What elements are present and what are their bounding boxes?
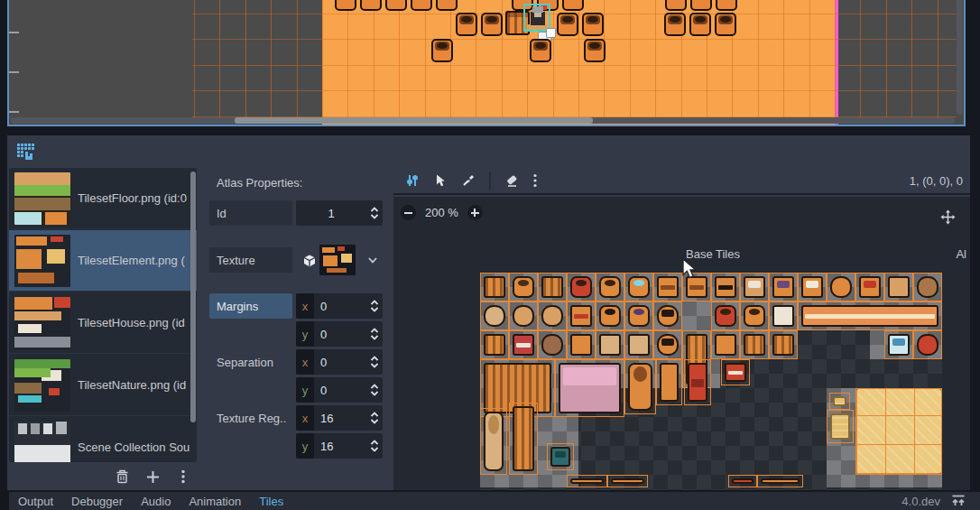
- atlas-texture-region[interactable]: [480, 273, 942, 490]
- select-tool-icon[interactable]: [433, 173, 448, 188]
- atlas-tile[interactable]: [653, 301, 682, 330]
- margins-x-field[interactable]: x 0: [296, 293, 383, 319]
- eraser-tool-icon[interactable]: [504, 173, 519, 188]
- atlas-tile[interactable]: [855, 273, 884, 301]
- atlas-tile[interactable]: [567, 475, 607, 487]
- tab-audio[interactable]: Audio: [141, 495, 171, 508]
- atlas-tile[interactable]: [567, 273, 596, 301]
- sources-scrollbar[interactable]: [190, 172, 196, 422]
- atlas-tile[interactable]: [555, 359, 624, 417]
- atlas-tile[interactable]: [624, 330, 653, 359]
- atlas-tile[interactable]: [798, 273, 827, 301]
- atlas-tile[interactable]: [624, 301, 653, 330]
- source-item-tileset-nature[interactable]: TilesetNature.png (id: [9, 355, 197, 416]
- atlas-tile[interactable]: [480, 330, 509, 359]
- atlas-tile[interactable]: [624, 273, 653, 301]
- paint-tool-icon[interactable]: [461, 173, 476, 188]
- region-y-spinner[interactable]: [369, 439, 380, 453]
- pan-icon[interactable]: [940, 209, 956, 225]
- atlas-tile[interactable]: [769, 273, 798, 301]
- atlas-tile[interactable]: [538, 273, 567, 301]
- atlas-tile[interactable]: [653, 273, 682, 301]
- source-item-tileset-floor[interactable]: TilesetFloor.png (id:0: [9, 168, 197, 229]
- atlas-tile[interactable]: [757, 475, 803, 487]
- atlas-tile[interactable]: [509, 273, 538, 301]
- viewport-horizontal-scrollbar[interactable]: [11, 117, 955, 124]
- delete-source-button[interactable]: [114, 468, 130, 485]
- atlas-tile[interactable]: [884, 273, 913, 301]
- expand-panel-icon[interactable]: [951, 495, 966, 507]
- setup-atlas-icon[interactable]: [405, 173, 420, 188]
- atlas-tile[interactable]: [509, 330, 538, 359]
- region-x-spinner[interactable]: [369, 411, 380, 425]
- atlas-tile[interactable]: [567, 330, 596, 359]
- separation-x-field[interactable]: x 0: [296, 349, 383, 375]
- separation-y-spinner[interactable]: [369, 383, 380, 397]
- separation-x-spinner[interactable]: [369, 355, 380, 369]
- atlas-tile[interactable]: [682, 273, 711, 301]
- atlas-tile[interactable]: [711, 301, 740, 330]
- source-item-scene-collection[interactable]: Scene Collection Sou: [9, 417, 197, 462]
- atlas-tile[interactable]: [656, 359, 682, 405]
- region-x-field[interactable]: x 16: [296, 405, 383, 431]
- atlas-tile[interactable]: [913, 273, 942, 301]
- margins-label[interactable]: Margins: [209, 293, 292, 319]
- atlas-tile[interactable]: [769, 301, 798, 330]
- atlas-tile[interactable]: [596, 301, 624, 330]
- atlas-tile[interactable]: [740, 273, 769, 301]
- atlas-tile[interactable]: [827, 410, 854, 443]
- scrollbar-thumb[interactable]: [235, 117, 593, 124]
- atlas-tile[interactable]: [509, 301, 538, 330]
- source-menu-button[interactable]: [175, 468, 191, 485]
- source-item-tileset-house[interactable]: TilesetHouse.png (id: [9, 292, 197, 354]
- atlas-tile[interactable]: [740, 330, 769, 359]
- atlas-tile[interactable]: [509, 403, 538, 475]
- zoom-in-button[interactable]: [467, 205, 483, 220]
- viewport-vertical-scrollbar[interactable]: [957, 0, 963, 115]
- id-field[interactable]: 1: [296, 200, 383, 226]
- source-item-tileset-element[interactable]: TilesetElement.png (: [9, 230, 197, 292]
- atlas-tile[interactable]: [769, 330, 798, 359]
- atlas-tile[interactable]: [547, 443, 574, 470]
- atlas-tile[interactable]: [480, 408, 507, 475]
- atlas-tile[interactable]: [711, 273, 740, 301]
- margins-x-spinner[interactable]: [369, 299, 380, 313]
- atlas-tile[interactable]: [480, 273, 509, 301]
- texture-thumbnail[interactable]: [319, 245, 356, 275]
- tab-debugger[interactable]: Debugger: [71, 495, 123, 508]
- atlas-canvas[interactable]: 200 % Base Tiles Al: [393, 197, 970, 490]
- atlas-tile[interactable]: [567, 301, 596, 330]
- atlas-tile[interactable]: [596, 273, 624, 301]
- tab-output[interactable]: Output: [18, 495, 53, 508]
- atlas-tile[interactable]: [596, 330, 624, 359]
- atlas-tile[interactable]: [624, 359, 656, 414]
- atlas-tile[interactable]: [538, 301, 567, 330]
- tab-alternative-tiles[interactable]: Al: [956, 247, 966, 261]
- region-y-field[interactable]: y 16: [296, 433, 383, 459]
- atlas-tile[interactable]: [798, 301, 942, 330]
- margins-y-field[interactable]: y 0: [296, 321, 383, 347]
- atlas-tile[interactable]: [855, 388, 942, 475]
- id-spinner[interactable]: [369, 206, 380, 220]
- tab-base-tiles[interactable]: Base Tiles: [675, 247, 751, 261]
- separation-y-field[interactable]: y 0: [296, 377, 383, 403]
- atlas-tile[interactable]: [913, 330, 942, 359]
- atlas-tile[interactable]: [829, 393, 849, 410]
- toolbar-menu-icon[interactable]: [532, 173, 538, 188]
- atlas-tile[interactable]: [827, 273, 855, 301]
- atlas-tile[interactable]: [538, 330, 567, 359]
- scene-2d-viewport[interactable]: [7, 0, 966, 126]
- margins-y-spinner[interactable]: [369, 327, 380, 341]
- atlas-tile[interactable]: [653, 330, 682, 359]
- tab-animation[interactable]: Animation: [189, 495, 241, 508]
- chevron-down-icon[interactable]: [366, 254, 379, 266]
- atlas-tile[interactable]: [607, 475, 648, 487]
- atlas-tile[interactable]: [711, 330, 740, 359]
- atlas-tile[interactable]: [884, 330, 913, 359]
- tab-tiles[interactable]: Tiles: [259, 495, 283, 508]
- atlas-tile[interactable]: [480, 301, 509, 330]
- atlas-tile[interactable]: [721, 359, 750, 385]
- zoom-out-button[interactable]: [401, 205, 416, 220]
- add-source-button[interactable]: [144, 468, 161, 485]
- atlas-tile[interactable]: [684, 359, 711, 405]
